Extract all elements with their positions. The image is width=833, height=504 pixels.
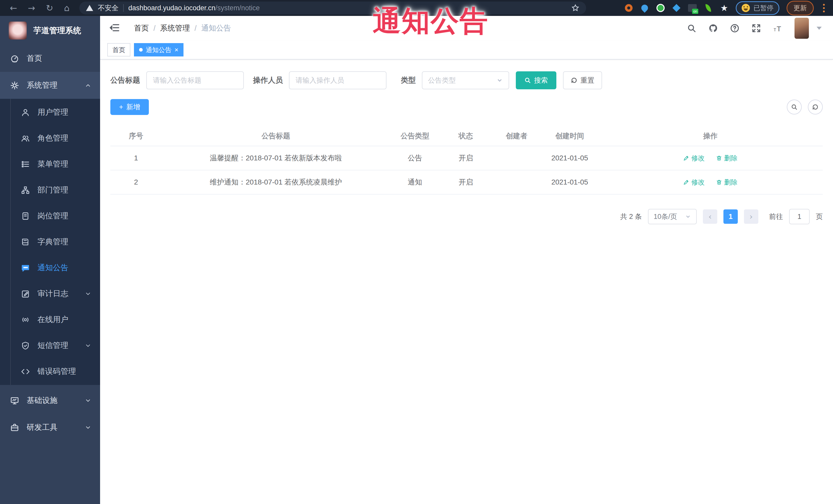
sidebar-item-label: 系统管理 [27,80,57,91]
next-page-button[interactable]: › [744,209,758,224]
extension-star-icon[interactable]: ★ [720,4,729,12]
active-tab-dot [139,48,143,52]
sidebar-item-dev-tools[interactable]: 研发工具 [0,414,100,441]
edit-link[interactable]: 修改 [683,178,705,187]
gear-icon [10,81,19,90]
search-button[interactable]: 搜索 [516,71,556,89]
sidebar-item-departments[interactable]: 部门管理 [0,177,100,203]
sidebar-item-online-users[interactable]: 在线用户 [0,307,100,333]
fullscreen-icon[interactable] [752,23,761,33]
help-icon[interactable] [730,23,740,33]
pagination: 共 2 条 10条/页 ‹ 1 › 前往 页 [110,209,823,224]
collapse-sidebar-icon[interactable] [109,23,120,34]
prev-page-button[interactable]: ‹ [703,209,717,224]
sidebar-item-audit-log[interactable]: 审计日志 [0,281,100,307]
cell-no: 2 [110,178,162,186]
delete-link[interactable]: 删除 [716,154,738,163]
on-badge: on [692,9,698,14]
table-header-row: 序号 公告标题 公告类型 状态 创建者 创建时间 操作 [110,126,823,146]
chevron-down-icon [496,77,503,83]
edit-square-icon [21,289,30,298]
browser-update-button[interactable]: 更新 [787,1,814,16]
sidebar-item-label: 研发工具 [27,422,57,433]
page-size-select[interactable]: 10条/页 [648,209,697,224]
toggle-search-button[interactable] [787,100,802,115]
cell-created: 2021-01-05 [542,178,598,186]
app-logo-row[interactable]: 芋道管理系统 [0,16,100,45]
extension-leaf-icon[interactable] [704,4,713,12]
add-button[interactable]: + 新增 [110,99,149,115]
goto-label: 前往 [769,212,783,221]
online-user-icon [21,315,30,324]
col-created: 创建时间 [542,131,598,141]
dashboard-icon [10,54,19,63]
cell-type: 通知 [390,177,440,187]
avatar-caret-down-icon[interactable] [816,27,822,30]
extension-switch-icon[interactable]: on [688,4,697,12]
col-actions: 操作 [598,131,823,141]
header-search-icon[interactable] [687,23,696,33]
browser-bar: ← → ↻ ⌂ 不安全 dashboard.yudao.iocoder.cn/s… [0,0,833,16]
tab-home[interactable]: 首页 [107,43,130,56]
chevron-down-icon [85,290,91,297]
code-icon [21,367,30,376]
tab-notice[interactable]: 通知公告 × [134,43,184,56]
app-logo [9,22,27,40]
extension-diamond-icon[interactable] [672,4,681,12]
sidebar-item-posts[interactable]: 岗位管理 [0,203,100,229]
delete-link[interactable]: 删除 [716,178,738,187]
browser-reload-icon[interactable]: ↻ [46,4,53,12]
browser-menu-icon[interactable] [821,4,827,12]
extension-green-circle-icon[interactable] [656,4,665,12]
tree-list-icon [21,160,30,169]
browser-back-icon[interactable]: ← [10,4,17,12]
monitor-icon [10,396,19,405]
pencil-icon [683,155,689,161]
sidebar-item-system[interactable]: 系统管理 [0,72,100,99]
sidebar-item-notice[interactable]: 通知公告 [0,255,100,281]
breadcrumb-system[interactable]: 系统管理 [160,23,190,33]
app-title: 芋道管理系统 [33,25,81,36]
sidebar-item-infrastructure[interactable]: 基础设施 [0,387,100,414]
chevron-down-icon [85,342,91,349]
tab-close-icon[interactable]: × [174,46,178,53]
sidebar-item-users[interactable]: 用户管理 [0,99,100,125]
sidebar-item-sms[interactable]: 短信管理 [0,333,100,359]
breadcrumb-home[interactable]: 首页 [134,23,149,33]
avatar[interactable] [794,18,809,39]
edit-link[interactable]: 修改 [683,154,705,163]
cell-status: 开启 [440,153,492,163]
sidebar-item-label: 字典管理 [38,237,68,247]
goto-page-input[interactable] [789,209,810,224]
chevron-down-icon [85,397,91,404]
address-bar[interactable]: 不安全 dashboard.yudao.iocoder.cn/system/no… [79,2,586,15]
extension-orange-icon[interactable] [624,4,633,12]
title-filter-label: 公告标题 [110,75,140,86]
cell-created: 2021-01-05 [542,154,598,162]
browser-home-icon[interactable]: ⌂ [64,4,70,12]
current-page-button[interactable]: 1 [723,209,738,224]
sidebar-item-menus[interactable]: 菜单管理 [0,151,100,177]
extension-pin-icon[interactable] [640,4,649,12]
type-select[interactable]: 公告类型 [422,71,509,89]
refresh-table-button[interactable] [808,100,823,115]
paused-extension-badge[interactable]: 已暂停 [736,1,779,15]
operator-filter-input[interactable] [289,71,386,89]
cell-status: 开启 [440,177,492,187]
operator-filter-label: 操作人员 [253,75,283,86]
col-title: 公告标题 [162,131,390,141]
reset-button[interactable]: 重置 [563,71,602,89]
font-size-icon[interactable]: T T [773,23,783,33]
browser-forward-icon[interactable]: → [28,4,35,12]
sidebar-item-label: 审计日志 [38,288,68,299]
sidebar-item-dict[interactable]: 字典管理 [0,229,100,255]
sidebar-item-label: 错误码管理 [38,366,76,377]
sidebar-item-roles[interactable]: 角色管理 [0,125,100,151]
sidebar-item-error-codes[interactable]: 错误码管理 [0,359,100,384]
github-icon[interactable] [708,23,718,33]
sidebar-item-home[interactable]: 首页 [0,45,100,72]
bookmark-star-icon[interactable] [571,4,579,12]
tab-label: 首页 [112,46,125,54]
title-filter-input[interactable] [146,71,244,89]
cell-no: 1 [110,154,162,162]
